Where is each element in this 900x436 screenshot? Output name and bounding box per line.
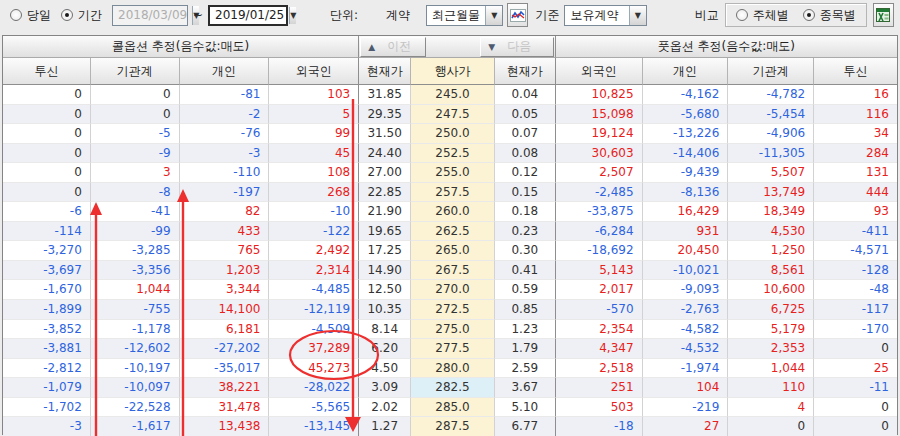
cell-strike-price: 245.0 — [411, 85, 495, 105]
radio-period[interactable]: 기간 — [61, 7, 102, 24]
grid-row[interactable]: -3 -1,617 13,438 -13,145 1.27 287.5 6.77… — [3, 417, 897, 436]
cell-put-invtrust: -411 — [814, 222, 897, 242]
cell-call-individual: 38,221 — [180, 378, 270, 398]
up-triangle-icon: ▲ — [368, 42, 375, 52]
radio-period-icon — [61, 9, 73, 21]
radio-by-investor[interactable]: 주체별 — [736, 7, 789, 24]
basis-dropdown-icon[interactable]: ▼ — [629, 6, 646, 25]
cell-call-price: 14.90 — [359, 261, 411, 281]
cell-put-individual: 20,450 — [643, 241, 729, 261]
excel-export-button[interactable] — [873, 3, 894, 27]
radio-by-item[interactable]: 종목별 — [803, 7, 856, 24]
cell-call-institution: -755 — [91, 300, 180, 320]
cell-call-institution: -10,197 — [91, 359, 180, 379]
cell-put-individual: 931 — [643, 222, 729, 242]
cell-put-price: 0.15 — [495, 183, 556, 203]
radio-daily[interactable]: 당일 — [10, 7, 51, 24]
cell-call-institution: -99 — [91, 222, 180, 242]
cell-call-individual: -110 — [180, 163, 270, 183]
grid-row[interactable]: -3,270 -3,285 765 2,492 17.25 265.0 0.30… — [3, 241, 897, 261]
date-to-dropdown-icon[interactable]: ▼ — [289, 7, 296, 24]
cell-put-invtrust: -11 — [814, 378, 897, 398]
cell-call-invtrust: 0 — [3, 144, 91, 164]
grid-row[interactable]: 0 3 -110 108 27.00 255.0 0.12 2,507 -9,4… — [3, 163, 897, 183]
next-month-button[interactable]: ▼ 다음 — [480, 37, 553, 57]
cell-call-price: 8.14 — [359, 320, 411, 340]
cell-call-individual: -76 — [180, 124, 270, 144]
cell-call-invtrust: -1,079 — [3, 378, 91, 398]
grid-row[interactable]: -114 -99 433 -122 19.65 262.5 0.23 -6,28… — [3, 222, 897, 242]
cell-put-foreigner: 2,507 — [556, 163, 643, 183]
header-put-invtrust: 투신 — [814, 58, 897, 85]
contract-month-dropdown-icon[interactable]: ▼ — [485, 6, 502, 25]
date-to-picker[interactable]: 2019/01/25 ▼ — [208, 5, 288, 26]
cell-call-invtrust: -6 — [3, 202, 91, 222]
grid-row[interactable]: 0 0 -81 103 31.85 245.0 0.04 10,825 -4,1… — [3, 85, 897, 105]
grid-row[interactable]: 0 -8 -197 268 22.85 257.5 0.15 -2,485 -8… — [3, 183, 897, 203]
grid-row[interactable]: -1,079 -10,097 38,221 -28,022 3.09 282.5… — [3, 378, 897, 398]
cell-put-price: 0.85 — [495, 300, 556, 320]
basis-select[interactable]: 보유계약 ▼ — [564, 5, 646, 26]
cell-call-price: 4.50 — [359, 359, 411, 379]
cell-call-institution: -10,097 — [91, 378, 180, 398]
cell-put-invtrust: 25 — [814, 359, 897, 379]
cell-put-institution: 0 — [728, 417, 814, 436]
prev-month-button[interactable]: ▲ 이전 — [360, 37, 426, 57]
cell-put-individual: -1,974 — [643, 359, 729, 379]
cell-put-foreigner: 251 — [556, 378, 643, 398]
grid-row[interactable]: 0 -5 -76 99 31.50 250.0 0.07 19,124 -13,… — [3, 124, 897, 144]
cell-put-foreigner: -18,692 — [556, 241, 643, 261]
cell-strike-price: 250.0 — [411, 124, 495, 144]
cell-put-institution: 8,561 — [728, 261, 814, 281]
chart-button[interactable] — [507, 3, 528, 27]
down-triangle-icon: ▼ — [488, 42, 495, 52]
put-group-header: 풋옵션 추정(음수값:매도) — [556, 36, 897, 58]
cell-put-invtrust: -170 — [814, 320, 897, 340]
cell-put-individual: -10,021 — [643, 261, 729, 281]
cell-call-price: 31.50 — [359, 124, 411, 144]
cell-put-institution: 18,349 — [728, 202, 814, 222]
grid-row[interactable]: -6 -41 82 -10 21.90 260.0 0.18 -33,875 1… — [3, 202, 897, 222]
grid-row[interactable]: -1,702 -22,528 31,478 -5,565 2.02 285.0 … — [3, 398, 897, 418]
cell-call-invtrust: -3,852 — [3, 320, 91, 340]
cell-put-foreigner: 2,354 — [556, 320, 643, 340]
cell-call-institution: -5 — [91, 124, 180, 144]
cell-put-foreigner: 2,017 — [556, 280, 643, 300]
grid-row[interactable]: -3,697 -3,356 1,203 2,314 14.90 267.5 0.… — [3, 261, 897, 281]
cell-put-price: 1.79 — [495, 339, 556, 359]
cell-call-individual: 13,438 — [180, 417, 270, 436]
contract-month-select[interactable]: 최근월물 ▼ — [426, 5, 503, 26]
cell-call-invtrust: 0 — [3, 183, 91, 203]
cell-call-institution: -3,356 — [91, 261, 180, 281]
cell-put-individual: -9,439 — [643, 163, 729, 183]
cell-put-institution: 2,353 — [728, 339, 814, 359]
unit-value-label: 계약 — [386, 7, 410, 24]
cell-put-individual: -4,162 — [643, 85, 729, 105]
grid-row[interactable]: -1,899 -755 14,100 -12,119 10.35 272.5 0… — [3, 300, 897, 320]
cell-call-price: 1.27 — [359, 417, 411, 436]
chart-icon — [510, 9, 526, 22]
cell-put-price: 0.23 — [495, 222, 556, 242]
grid-row[interactable]: -3,881 -12,602 -27,202 37,289 6.20 277.5… — [3, 339, 897, 359]
cell-call-invtrust: -1,670 — [3, 280, 91, 300]
cell-call-individual: 3,344 — [180, 280, 270, 300]
cell-strike-price: 260.0 — [411, 202, 495, 222]
cell-put-price: 0.04 — [495, 85, 556, 105]
cell-call-foreigner: -4,509 — [269, 320, 359, 340]
cell-call-invtrust: 0 — [3, 105, 91, 125]
grid-row[interactable]: 0 -9 -3 45 24.40 252.5 0.08 30,603 -14,4… — [3, 144, 897, 164]
cell-put-invtrust: -117 — [814, 300, 897, 320]
options-grid: 콜옵션 추정(음수값:매도) ▲ 이전 ▼ 다음 풋옵션 추정(음수값:매도) … — [2, 35, 898, 435]
date-range-tilde: ~ — [193, 8, 203, 22]
cell-put-institution: 13,749 — [728, 183, 814, 203]
grid-row[interactable]: -1,670 1,044 3,344 -4,485 12.50 270.0 0.… — [3, 280, 897, 300]
cell-put-price: 0.18 — [495, 202, 556, 222]
cell-call-foreigner: 45 — [269, 144, 359, 164]
cell-call-institution: -1,617 — [91, 417, 180, 436]
grid-row[interactable]: 0 0 -2 5 29.35 247.5 0.05 15,098 -5,680 … — [3, 105, 897, 125]
cell-call-individual: 765 — [180, 241, 270, 261]
grid-row[interactable]: -3,852 -1,178 6,181 -4,509 8.14 275.0 1.… — [3, 320, 897, 340]
date-from-picker[interactable]: 2018/03/09 ▼ — [112, 5, 188, 26]
cell-put-invtrust: -128 — [814, 261, 897, 281]
grid-row[interactable]: -2,812 -10,197 -35,017 45,273 4.50 280.0… — [3, 359, 897, 379]
